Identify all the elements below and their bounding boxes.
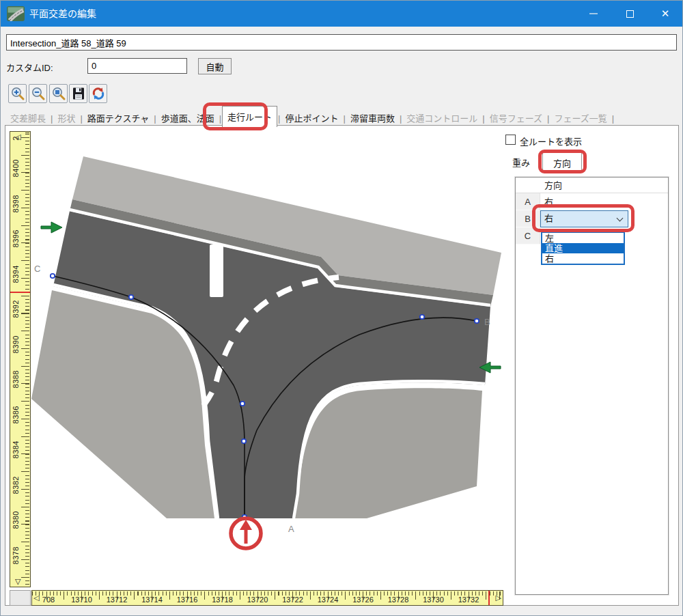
row-key: C bbox=[516, 227, 540, 244]
dropdown-option-左[interactable]: 左 bbox=[542, 233, 624, 243]
h-ruler-right-arrow[interactable]: ▷ bbox=[496, 593, 501, 602]
v-ruler-down-arrow[interactable]: ▽ bbox=[15, 577, 20, 586]
auto-button[interactable]: 自動 bbox=[198, 58, 232, 74]
close-button[interactable]: ✕ bbox=[650, 1, 680, 27]
minimize-button[interactable] bbox=[579, 1, 609, 27]
dropdown-option-直進[interactable]: 直進 bbox=[542, 243, 624, 253]
row-key: A bbox=[516, 193, 540, 210]
tab-走行ルート[interactable]: 走行ルート bbox=[222, 106, 277, 127]
zoom-region-button[interactable] bbox=[49, 84, 68, 103]
intersection-name-input[interactable] bbox=[6, 34, 677, 51]
tab-信号フェーズ[interactable]: 信号フェーズ bbox=[486, 109, 546, 126]
v-ruler-label: 8378 bbox=[12, 546, 20, 564]
custom-id-label: カスタムID: bbox=[6, 61, 53, 74]
tab-停止ポイント[interactable]: 停止ポイント bbox=[281, 109, 343, 126]
row-key: B bbox=[516, 210, 540, 227]
leg-label-c: C bbox=[34, 264, 40, 274]
direction-combobox-value: 右 bbox=[544, 213, 553, 223]
h-cursor-indicator bbox=[488, 591, 490, 605]
v-ruler-major-ticks bbox=[21, 132, 29, 587]
h-ruler-label: 13732 bbox=[458, 596, 479, 604]
window-title: 平面交差の編集 bbox=[29, 1, 96, 27]
left-inbound-arrow-icon bbox=[41, 222, 62, 233]
h-ruler-label: 708 bbox=[42, 596, 55, 604]
maximize-icon bbox=[626, 10, 634, 18]
show-all-routes-label: 全ルートを表示 bbox=[520, 135, 582, 148]
app-icon bbox=[7, 6, 25, 21]
direction-combobox[interactable]: 右 bbox=[540, 210, 628, 227]
minimize-icon bbox=[589, 13, 598, 14]
h-ruler-label: 13722 bbox=[282, 596, 303, 604]
tab-フェーズ一覧[interactable]: フェーズ一覧 bbox=[550, 109, 611, 126]
tab-separator: | bbox=[612, 113, 614, 124]
direction-table-header: 方向 bbox=[516, 178, 668, 193]
verge-lower-right bbox=[294, 388, 482, 518]
tab-separator: | bbox=[344, 113, 346, 124]
intersection-canvas[interactable]: C B A bbox=[31, 131, 505, 587]
h-ruler-left-arrow[interactable]: ◁ bbox=[33, 593, 39, 602]
h-ruler-label: 13730 bbox=[423, 596, 444, 604]
h-ruler-label: 13718 bbox=[212, 596, 233, 604]
tab-交通コントロール[interactable]: 交通コントロール bbox=[402, 109, 482, 126]
zoom-out-button[interactable] bbox=[29, 84, 47, 103]
refresh-button[interactable] bbox=[89, 84, 107, 103]
stop-bar bbox=[210, 244, 223, 297]
dialog-window: 平面交差の編集 ✕ カスタムID: 自動 bbox=[0, 0, 683, 616]
tab-separator: | bbox=[154, 113, 156, 124]
tab-滞留車両数[interactable]: 滞留車両数 bbox=[346, 109, 399, 126]
selected-entry-marker[interactable] bbox=[231, 518, 261, 548]
v-ruler-label: 8388 bbox=[12, 370, 20, 388]
subtab-weight[interactable]: 重み bbox=[512, 156, 530, 169]
h-ruler-label: 13714 bbox=[141, 596, 163, 604]
show-all-routes-checkbox[interactable] bbox=[505, 135, 516, 145]
magnifier-plus-icon bbox=[10, 86, 25, 101]
editor-area: C B A ◁ 28400839883968394839283908388838… bbox=[5, 125, 679, 606]
vertical-ruler: ◁ 28400839883968394839283908388838683848… bbox=[10, 131, 31, 587]
direction-column-header: 方向 bbox=[540, 178, 562, 193]
dropdown-option-右[interactable]: 右 bbox=[542, 253, 624, 264]
tab-separator: | bbox=[278, 113, 280, 124]
zoom-in-button[interactable] bbox=[8, 84, 27, 103]
refresh-arrows-icon bbox=[91, 86, 106, 101]
v-ruler-label: 2 bbox=[12, 136, 20, 141]
v-ruler-label: 8396 bbox=[12, 229, 20, 247]
v-ruler-label: 8386 bbox=[12, 406, 20, 423]
leg-label-b: B bbox=[484, 317, 490, 327]
v-ruler-label: 8390 bbox=[12, 335, 20, 353]
h-ruler-label: 13720 bbox=[247, 596, 268, 604]
maximize-button[interactable] bbox=[615, 1, 645, 27]
tab-separator: | bbox=[80, 113, 82, 124]
custom-id-input[interactable] bbox=[87, 58, 187, 74]
titlebar[interactable]: 平面交差の編集 ✕ bbox=[1, 1, 682, 27]
tab-separator: | bbox=[51, 113, 53, 124]
tab-形状[interactable]: 形状 bbox=[53, 109, 79, 126]
save-button[interactable] bbox=[69, 84, 87, 103]
table-row-A: A右 bbox=[516, 193, 668, 210]
row-direction-value[interactable]: 右 bbox=[540, 193, 668, 210]
v-ruler-label: 8382 bbox=[12, 476, 20, 494]
chevron-down-icon bbox=[617, 215, 624, 222]
v-ruler-label: 8384 bbox=[12, 440, 20, 458]
tab-separator: | bbox=[482, 113, 484, 124]
magnifier-region-icon bbox=[51, 86, 66, 101]
tab-歩道面、法面[interactable]: 歩道面、法面 bbox=[157, 109, 219, 126]
ruler-corner bbox=[10, 590, 31, 606]
direction-dropdown-list: 左直進右 bbox=[541, 232, 625, 265]
v-ruler-label: 8400 bbox=[12, 159, 20, 177]
h-ruler-label: 13716 bbox=[177, 596, 198, 604]
v-cursor-indicator bbox=[10, 292, 30, 293]
subtab-direction[interactable]: 方向 bbox=[542, 151, 582, 172]
h-ruler-label: 13726 bbox=[352, 596, 374, 604]
h-ruler-label: 13712 bbox=[107, 596, 128, 604]
tab-交差脚長[interactable]: 交差脚長 bbox=[6, 109, 50, 126]
h-ruler-label: 13728 bbox=[388, 596, 409, 604]
v-ruler-label: 8392 bbox=[12, 300, 20, 318]
row-key-header bbox=[516, 178, 540, 193]
magnifier-minus-icon bbox=[31, 86, 46, 101]
v-ruler-label: 8394 bbox=[12, 265, 20, 283]
tab-bar: 交差脚長|形状|路面テクスチャ|歩道面、法面|走行ルート|停止ポイント|滞留車両… bbox=[5, 107, 679, 126]
v-ruler-label: 8398 bbox=[12, 195, 20, 212]
tab-separator: | bbox=[547, 113, 549, 124]
tab-路面テクスチャ[interactable]: 路面テクスチャ bbox=[83, 109, 153, 126]
floppy-disk-icon bbox=[71, 86, 86, 101]
